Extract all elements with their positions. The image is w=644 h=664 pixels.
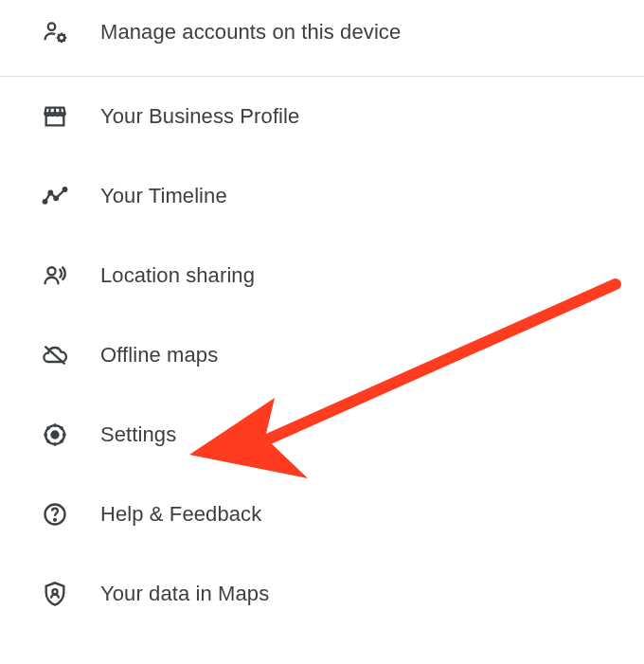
menu-item-settings[interactable]: Settings [0,395,644,475]
account-menu-list: Manage accounts on this device Your Busi… [0,0,644,634]
svg-point-1 [59,35,64,41]
menu-label: Your data in Maps [100,582,269,606]
svg-point-11 [49,191,53,195]
menu-item-your-data[interactable]: Your data in Maps [0,554,644,634]
storefront-icon [40,101,70,132]
cloud-off-icon [40,340,70,370]
menu-label: Your Business Profile [100,104,299,129]
menu-item-help-feedback[interactable]: Help & Feedback [0,475,644,554]
svg-point-12 [54,197,57,201]
svg-line-7 [63,40,65,42]
svg-line-6 [58,34,60,36]
menu-item-manage-accounts[interactable]: Manage accounts on this device [0,0,644,76]
menu-item-location-sharing[interactable]: Location sharing [0,236,644,315]
menu-label: Your Timeline [100,184,227,208]
help-icon [40,499,70,529]
svg-point-16 [52,432,59,439]
menu-label: Manage accounts on this device [100,20,401,45]
timeline-icon [40,181,70,211]
menu-label: Settings [100,422,176,447]
menu-item-offline-maps[interactable]: Offline maps [0,315,644,395]
menu-label: Help & Feedback [100,502,261,527]
svg-line-8 [58,40,60,42]
svg-point-20 [52,589,57,594]
svg-point-0 [48,23,55,29]
settings-gear-icon [40,420,70,450]
privacy-shield-icon [40,579,70,609]
svg-point-14 [47,267,55,275]
menu-label: Location sharing [100,263,255,288]
svg-point-10 [44,200,47,204]
menu-item-timeline[interactable]: Your Timeline [0,156,644,236]
menu-label: Offline maps [100,343,218,368]
svg-point-13 [63,188,67,191]
svg-point-19 [54,519,56,521]
svg-line-9 [63,34,65,36]
manage-accounts-icon [40,17,70,47]
location-sharing-icon [40,260,70,291]
menu-item-business-profile[interactable]: Your Business Profile [0,77,644,156]
